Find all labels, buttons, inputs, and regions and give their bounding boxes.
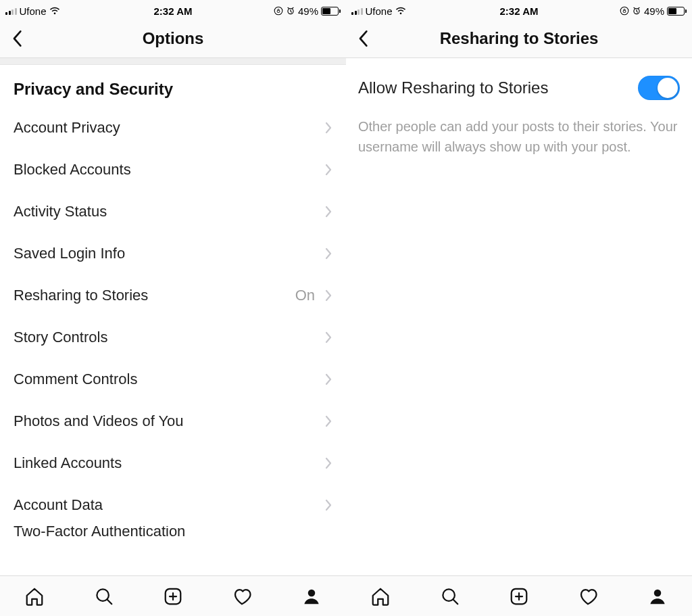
row-account-privacy[interactable]: Account Privacy — [0, 107, 346, 149]
chevron-right-icon — [324, 289, 332, 302]
row-label: Story Controls — [14, 329, 324, 346]
tab-profile[interactable] — [299, 584, 324, 609]
tab-activity[interactable] — [576, 584, 600, 609]
battery-percent: 49% — [298, 5, 318, 17]
setting-description: Other people can add your posts to their… — [346, 112, 692, 170]
toggle-knob — [658, 78, 678, 98]
battery-icon — [321, 7, 341, 16]
tab-bar — [346, 575, 692, 616]
nav-header: Options — [0, 19, 346, 58]
svg-rect-7 — [623, 10, 626, 12]
clock: 2:32 AM — [463, 5, 574, 17]
row-account-data[interactable]: Account Data — [0, 484, 346, 526]
resharing-content: Allow Resharing to Stories Other people … — [346, 58, 692, 616]
tab-add[interactable] — [507, 584, 531, 609]
svg-point-5 — [308, 589, 316, 596]
battery-percent: 49% — [644, 5, 664, 17]
options-content: Privacy and Security Account Privacy Blo… — [0, 58, 346, 616]
status-bar: Ufone 2:32 AM 49% — [0, 0, 346, 19]
chevron-right-icon — [324, 121, 332, 135]
wifi-icon — [395, 7, 406, 15]
add-post-icon — [163, 586, 183, 607]
wifi-icon — [49, 7, 60, 15]
row-comment-controls[interactable]: Comment Controls — [0, 358, 346, 400]
row-label: Activity Status — [14, 203, 324, 220]
options-screen: Ufone 2:32 AM 49% Options Privacy and Se… — [0, 0, 346, 616]
row-label: Blocked Accounts — [14, 161, 324, 179]
tab-activity[interactable] — [230, 584, 254, 609]
chevron-right-icon — [324, 247, 332, 260]
home-icon — [24, 586, 45, 607]
search-icon — [94, 586, 114, 607]
toggle-label: Allow Resharing to Stories — [358, 78, 638, 97]
page-title: Resharing to Stories — [346, 29, 692, 48]
row-saved-login-info[interactable]: Saved Login Info — [0, 233, 346, 275]
row-label: Two-Factor Authentication — [14, 526, 332, 540]
back-button[interactable] — [0, 19, 34, 57]
row-linked-accounts[interactable]: Linked Accounts — [0, 442, 346, 484]
row-two-factor-auth[interactable]: Two-Factor Authentication — [0, 526, 346, 546]
row-activity-status[interactable]: Activity Status — [0, 191, 346, 233]
tab-search[interactable] — [92, 584, 116, 609]
svg-point-6 — [620, 7, 628, 15]
clock: 2:32 AM — [117, 5, 228, 17]
row-label: Resharing to Stories — [14, 287, 295, 304]
row-label: Comment Controls — [14, 371, 324, 388]
chevron-right-icon — [324, 414, 332, 428]
row-resharing-to-stories[interactable]: Resharing to Stories On — [0, 275, 346, 316]
signal-icon — [351, 7, 363, 15]
chevron-right-icon — [324, 498, 332, 512]
search-icon — [440, 586, 460, 607]
tab-home[interactable] — [22, 584, 47, 609]
svg-point-11 — [654, 589, 662, 596]
chevron-left-icon — [357, 29, 368, 48]
svg-rect-1 — [277, 10, 280, 12]
toggle-allow-resharing[interactable] — [638, 76, 680, 100]
section-header-privacy: Privacy and Security — [0, 65, 346, 107]
chevron-right-icon — [324, 331, 332, 344]
row-label: Linked Accounts — [14, 454, 324, 472]
row-label: Account Privacy — [14, 119, 324, 137]
signal-icon — [5, 7, 17, 15]
row-photos-videos-of-you[interactable]: Photos and Videos of You — [0, 400, 346, 442]
toggle-row-allow-resharing: Allow Resharing to Stories — [346, 58, 692, 112]
tab-profile[interactable] — [645, 584, 670, 609]
heart-icon — [232, 586, 252, 607]
row-story-controls[interactable]: Story Controls — [0, 316, 346, 358]
section-divider — [0, 58, 346, 65]
row-value: On — [295, 287, 315, 304]
alarm-icon — [632, 6, 641, 16]
home-icon — [370, 586, 391, 607]
chevron-left-icon — [11, 29, 22, 48]
row-label: Saved Login Info — [14, 245, 324, 262]
battery-icon — [667, 7, 687, 16]
nav-header: Resharing to Stories — [346, 19, 692, 58]
status-bar: Ufone 2:32 AM 49% — [346, 0, 692, 19]
row-label: Photos and Videos of You — [14, 412, 324, 430]
heart-icon — [578, 586, 598, 607]
svg-point-0 — [274, 7, 282, 15]
row-blocked-accounts[interactable]: Blocked Accounts — [0, 149, 346, 191]
chevron-right-icon — [324, 456, 332, 470]
tab-search[interactable] — [438, 584, 462, 609]
chevron-right-icon — [324, 163, 332, 176]
back-button[interactable] — [346, 19, 380, 57]
row-label: Account Data — [14, 496, 324, 514]
tab-add[interactable] — [161, 584, 185, 609]
add-post-icon — [509, 586, 529, 607]
page-title: Options — [0, 29, 346, 48]
profile-icon — [301, 586, 322, 607]
resharing-screen: Ufone 2:32 AM 49% Resharing to Stories A… — [346, 0, 692, 616]
lock-rotation-icon — [274, 6, 283, 16]
alarm-icon — [286, 6, 295, 16]
carrier-label: Ufone — [20, 5, 47, 17]
lock-rotation-icon — [620, 6, 629, 16]
chevron-right-icon — [324, 373, 332, 386]
tab-bar — [0, 575, 346, 616]
tab-home[interactable] — [368, 584, 393, 609]
chevron-right-icon — [324, 205, 332, 218]
carrier-label: Ufone — [366, 5, 393, 17]
profile-icon — [647, 586, 668, 607]
